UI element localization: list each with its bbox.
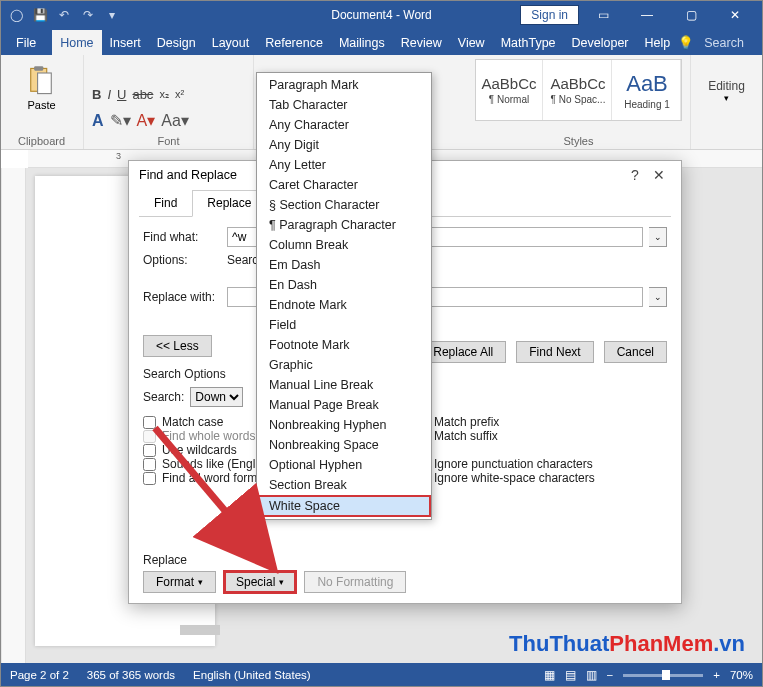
menu-item[interactable]: Nonbreaking Space — [257, 435, 431, 455]
ribbon-tab-references[interactable]: Reference — [257, 30, 331, 55]
menu-item[interactable]: Manual Line Break — [257, 375, 431, 395]
superscript-button[interactable]: x² — [175, 88, 184, 100]
view-print-layout-icon[interactable]: ▤ — [565, 668, 576, 682]
ribbon-tab-layout[interactable]: Layout — [204, 30, 258, 55]
menu-item[interactable]: Any Digit — [257, 135, 431, 155]
underline-button[interactable]: U — [117, 87, 126, 102]
close-icon[interactable]: ✕ — [715, 0, 755, 30]
styles-gallery[interactable]: AaBbCc¶ Normal AaBbCc¶ No Spac... AaBHea… — [475, 59, 682, 121]
ribbon-display-options-icon[interactable]: ▭ — [583, 0, 623, 30]
ribbon-group-styles: AaBbCc¶ Normal AaBbCc¶ No Spac... AaBHea… — [467, 55, 691, 149]
menu-item[interactable]: § Section Character — [257, 195, 431, 215]
search-icon[interactable]: 💡 — [678, 35, 694, 50]
search-direction-select[interactable]: Down — [190, 387, 243, 407]
status-word-count[interactable]: 365 of 365 words — [87, 669, 175, 681]
status-bar: Page 2 of 2 365 of 365 words English (Un… — [0, 663, 763, 687]
menu-item[interactable]: Paragraph Mark — [257, 75, 431, 95]
ribbon-tab-view[interactable]: View — [450, 30, 493, 55]
view-web-layout-icon[interactable]: ▥ — [586, 668, 597, 682]
menu-item[interactable]: Graphic — [257, 355, 431, 375]
ribbon-tab-mathtype[interactable]: MathType — [493, 30, 564, 55]
special-button[interactable]: Special ▾ — [224, 571, 296, 593]
text-effects-button[interactable]: A — [92, 112, 104, 130]
menu-item[interactable]: Nonbreaking Hyphen — [257, 415, 431, 435]
cancel-button[interactable]: Cancel — [604, 341, 667, 363]
ribbon-tab-home[interactable]: Home — [52, 30, 101, 55]
no-formatting-button: No Formatting — [304, 571, 406, 593]
sign-in-button[interactable]: Sign in — [520, 5, 579, 25]
dialog-close-button[interactable]: ✕ — [647, 167, 671, 183]
search-label[interactable]: Search — [704, 36, 744, 50]
check-match-prefix[interactable]: Match prefix — [415, 415, 667, 429]
highlight-button[interactable]: ✎▾ — [110, 111, 131, 130]
check-ignore-punctuation[interactable]: Ignore punctuation characters — [415, 457, 667, 471]
find-what-label: Find what: — [143, 230, 221, 244]
style-normal[interactable]: AaBbCc¶ Normal — [476, 60, 543, 120]
view-read-mode-icon[interactable]: ▦ — [544, 668, 555, 682]
replace-all-button[interactable]: Replace All — [420, 341, 506, 363]
zoom-level[interactable]: 70% — [730, 669, 753, 681]
menu-item[interactable]: Em Dash — [257, 255, 431, 275]
ribbon-tab-help[interactable]: Help — [637, 30, 679, 55]
menu-item[interactable]: Manual Page Break — [257, 395, 431, 415]
font-color-button[interactable]: A▾ — [137, 111, 156, 130]
menu-item-white-space[interactable]: White Space — [257, 495, 431, 517]
subscript-button[interactable]: x₂ — [159, 88, 169, 101]
menu-item[interactable]: Optional Hyphen — [257, 455, 431, 475]
ribbon-group-editing: Editing ▾ — [691, 55, 763, 149]
save-icon[interactable]: 💾 — [32, 7, 48, 23]
less-button[interactable]: << Less — [143, 335, 212, 357]
qat-customize-icon[interactable]: ▾ — [104, 7, 120, 23]
ribbon-tab-review[interactable]: Review — [393, 30, 450, 55]
menu-item[interactable]: Field — [257, 315, 431, 335]
status-language[interactable]: English (United States) — [193, 669, 311, 681]
ribbon-tab-insert[interactable]: Insert — [102, 30, 149, 55]
zoom-out-icon[interactable]: − — [607, 669, 614, 681]
styles-group-label: Styles — [475, 133, 682, 147]
dialog-help-button[interactable]: ? — [623, 167, 647, 183]
paste-button[interactable]: Paste — [27, 65, 55, 111]
menu-item[interactable]: Section Break — [257, 475, 431, 495]
menu-item[interactable]: Tab Character — [257, 95, 431, 115]
change-case-button[interactable]: Aa▾ — [161, 111, 189, 130]
italic-button[interactable]: I — [107, 87, 111, 102]
menu-item[interactable]: Any Letter — [257, 155, 431, 175]
menu-item[interactable]: ¶ Paragraph Character — [257, 215, 431, 235]
find-what-dropdown-icon[interactable]: ⌄ — [649, 227, 667, 247]
style-heading-1[interactable]: AaBHeading 1 — [614, 60, 681, 120]
status-page[interactable]: Page 2 of 2 — [10, 669, 69, 681]
style-no-spacing[interactable]: AaBbCc¶ No Spac... — [545, 60, 612, 120]
paste-icon — [27, 65, 55, 97]
find-next-button[interactable]: Find Next — [516, 341, 593, 363]
zoom-in-icon[interactable]: + — [713, 669, 720, 681]
menu-item[interactable]: Any Character — [257, 115, 431, 135]
clipboard-group-label: Clipboard — [18, 133, 65, 147]
zoom-slider[interactable] — [623, 674, 703, 677]
ribbon-tabs: File Home Insert Design Layout Reference… — [0, 30, 763, 55]
ribbon-tab-file[interactable]: File — [0, 30, 52, 55]
redo-icon[interactable]: ↷ — [80, 7, 96, 23]
menu-item[interactable]: Column Break — [257, 235, 431, 255]
ribbon-tab-developer[interactable]: Developer — [564, 30, 637, 55]
bold-button[interactable]: B — [92, 87, 101, 102]
check-ignore-whitespace[interactable]: Ignore white-space characters — [415, 471, 667, 485]
replace-with-dropdown-icon[interactable]: ⌄ — [649, 287, 667, 307]
undo-icon[interactable]: ↶ — [56, 7, 72, 23]
minimize-icon[interactable]: — — [627, 0, 667, 30]
watermark: ThuThuatPhanMem.vn — [509, 631, 745, 657]
editing-button[interactable]: Editing — [708, 79, 745, 93]
menu-item[interactable]: En Dash — [257, 275, 431, 295]
menu-item[interactable]: Footnote Mark — [257, 335, 431, 355]
special-menu: Paragraph Mark Tab Character Any Charact… — [256, 72, 432, 520]
format-button[interactable]: Format ▾ — [143, 571, 216, 593]
menu-item[interactable]: Endnote Mark — [257, 295, 431, 315]
autosave-icon[interactable]: ◯ — [8, 7, 24, 23]
ribbon-tab-mailings[interactable]: Mailings — [331, 30, 393, 55]
vertical-ruler[interactable] — [2, 168, 26, 663]
tab-find[interactable]: Find — [139, 190, 192, 217]
menu-item[interactable]: Caret Character — [257, 175, 431, 195]
ribbon-tab-design[interactable]: Design — [149, 30, 204, 55]
maximize-icon[interactable]: ▢ — [671, 0, 711, 30]
strikethrough-button[interactable]: abc — [132, 87, 153, 102]
check-match-suffix[interactable]: Match suffix — [415, 429, 667, 443]
